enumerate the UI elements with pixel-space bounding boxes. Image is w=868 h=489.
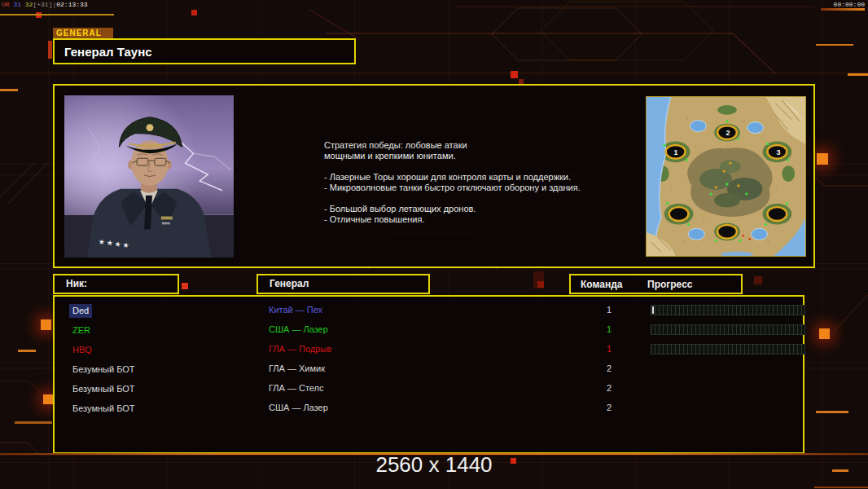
decor-square [511, 71, 518, 78]
decor-square-glow [817, 153, 828, 165]
players-table: Ded Китай — Пех 1 ZER США — Лазер 1 HBQ … [53, 295, 804, 454]
debug-part: 32 [25, 1, 33, 8]
decor-dash [814, 487, 868, 488]
decor-dash [15, 421, 52, 424]
briefing-line: - Большой выбор летающих дронов. [324, 204, 650, 214]
decor-dash [0, 14, 114, 15]
map-image [647, 97, 805, 256]
table-row: Безумный БОТ США — Лазер 2 [55, 399, 803, 418]
decor-square [537, 281, 544, 288]
decor-dash [18, 350, 36, 352]
player-team: 1 [598, 343, 620, 355]
map-start-position: 3 [776, 148, 780, 156]
briefing-line [324, 193, 650, 204]
decor-square [754, 276, 762, 284]
loading-screen: UR 31 32[+31]|02:13:33 00:00:00 GENERAL … [0, 0, 868, 489]
player-progress-bar [651, 344, 805, 355]
briefing-line: Стратегия победы: лобовые атаки [324, 140, 650, 151]
decor-dash [0, 89, 18, 91]
portrait-image: ★★★★ [64, 95, 234, 258]
match-timer: 00:00:00 [834, 1, 865, 8]
decor-square-glow [819, 328, 830, 339]
briefing-line: - Микроволновые танки быстро отключают о… [324, 183, 650, 193]
general-portrait: ★★★★ [64, 95, 235, 258]
briefing-line [324, 161, 650, 172]
player-nick: Безумный БОТ [69, 402, 138, 416]
player-general: ГЛА — Подрыв [269, 343, 331, 355]
map-preview: 123 [646, 96, 806, 257]
table-row: HBQ ГЛА — Подрыв 1 [55, 340, 803, 359]
general-tab-label: GENERAL [53, 28, 113, 38]
table-row: Безумный БОТ ГЛА — Химик 2 [55, 359, 803, 379]
player-nick: Безумный БОТ [69, 363, 138, 377]
briefing-line: - Отличные повышения. [324, 214, 650, 225]
player-team: 2 [598, 402, 620, 414]
player-general: Китай — Пех [269, 304, 322, 316]
player-team: 1 [598, 324, 620, 336]
debug-part: 02:13:33 [56, 1, 87, 8]
debug-readout: UR 31 32[+31]|02:13:33 [2, 1, 88, 8]
general-name-box: Генерал Таунс [53, 38, 356, 64]
briefing-line: мощными и крепкими юнитами. [324, 151, 650, 161]
general-name: Генерал Таунс [55, 40, 354, 59]
header-general-box: Генерал [256, 274, 430, 294]
player-general: США — Лазер [269, 324, 328, 336]
player-nick: HBQ [69, 343, 95, 357]
player-progress-bar [651, 305, 805, 315]
decor-square-glow [41, 319, 51, 330]
progress-cursor [652, 306, 654, 314]
header-nick-box: Ник: [53, 274, 179, 294]
decor-dash [848, 73, 868, 76]
table-row: ZER США — Лазер 1 [55, 320, 803, 340]
debug-part: UR [2, 1, 13, 8]
debug-part: 31 [13, 1, 24, 8]
player-team: 2 [598, 382, 620, 394]
player-team: 2 [598, 363, 620, 375]
player-general: ГЛА — Химик [269, 363, 325, 375]
table-row: Безумный БОТ ГЛА — Стелс 2 [55, 379, 803, 399]
map-start-position: 2 [726, 129, 730, 137]
decor-dash [816, 44, 853, 46]
decor-dash [821, 8, 865, 11]
header-nick-label: Ник: [66, 275, 87, 292]
header-progress-label: Прогресс [647, 276, 692, 293]
player-general: США — Лазер [269, 402, 328, 414]
player-nick: ZER [69, 324, 94, 337]
general-info-panel: ★★★★ Стратегия победы: лобовые атакимощн… [53, 84, 815, 268]
decor-square-glow [43, 394, 53, 404]
decor-dash [816, 411, 848, 413]
player-nick: Ded [69, 304, 92, 318]
player-team: 1 [598, 304, 620, 316]
debug-part: [+31]| [33, 1, 56, 8]
header-team-progress-box: Команда Прогресс [569, 274, 743, 294]
table-row: Ded Китай — Пех 1 [55, 301, 803, 320]
briefing-text: Стратегия победы: лобовые атакимощными и… [324, 140, 650, 225]
player-general: ГЛА — Стелс [269, 382, 324, 394]
player-nick: Безумный БОТ [69, 382, 138, 396]
decor-square [182, 283, 188, 289]
header-general-label: Генерал [270, 275, 309, 292]
decor-square [191, 10, 197, 15]
player-progress-bar [651, 324, 805, 335]
map-start-position: 1 [673, 148, 677, 156]
resolution-label: 2560 x 1440 [0, 452, 868, 478]
decor-square [48, 41, 52, 59]
briefing-line: - Лазерные Торы хороши для контроля карт… [324, 172, 650, 183]
header-team-label: Команда [581, 276, 622, 293]
